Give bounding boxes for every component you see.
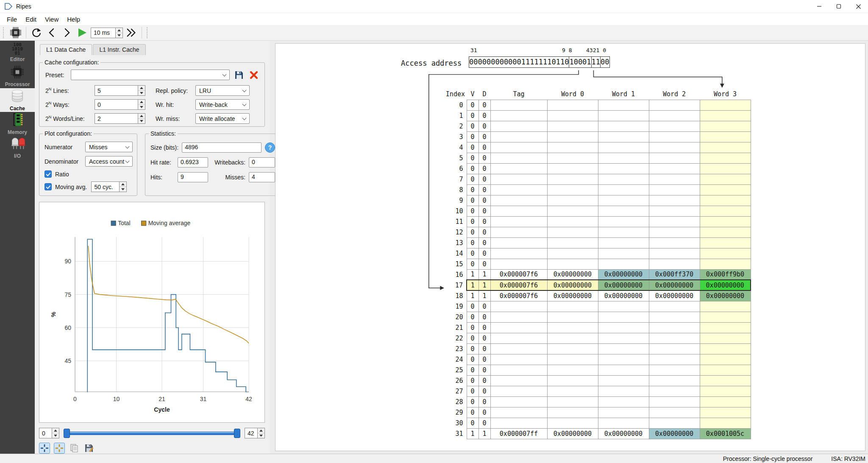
word-2-cell (649, 301, 700, 312)
lines-spinbox[interactable]: 5 (95, 85, 145, 96)
dirty-cell: 1 (479, 269, 490, 280)
index-cell: 11 (440, 216, 467, 227)
run-speed-arrows[interactable] (115, 28, 123, 38)
word-3-cell: 0x000ff9b0 (700, 269, 751, 280)
tag-cell (490, 121, 547, 131)
ways-spinbox[interactable]: 0 (95, 99, 145, 110)
maximize-button[interactable] (829, 0, 849, 13)
minimize-button[interactable] (810, 0, 829, 13)
word-0-cell (547, 184, 598, 195)
fast-forward-button[interactable] (125, 26, 138, 39)
tab-l1-data-cache[interactable]: L1 Data Cache (40, 44, 92, 55)
save-plot-button[interactable] (83, 443, 95, 454)
crosshair-moving-avg-toggle[interactable] (54, 443, 65, 454)
column-header-word-1: Word 1 (598, 89, 649, 100)
tag-cell (490, 333, 547, 343)
word-0-cell (547, 301, 598, 312)
hit-rate-field[interactable]: 0.6923 (178, 157, 208, 167)
cycle-max-spinbox[interactable]: 42 (245, 428, 265, 438)
word-1-cell (598, 184, 649, 195)
menu-file[interactable]: File (3, 14, 21, 24)
tab-l1-instr-cache[interactable]: L1 Instr. Cache (93, 44, 145, 55)
word-1-cell: 0x00000000 (598, 269, 649, 280)
misses-field[interactable]: 4 (249, 172, 275, 182)
word-3-cell (700, 259, 751, 269)
word-3-cell (700, 322, 751, 333)
menu-edit[interactable]: Edit (21, 14, 41, 24)
word-3-cell (700, 354, 751, 365)
run-button[interactable] (75, 26, 89, 39)
moving-avg-checkbox[interactable] (45, 183, 52, 190)
ratio-label: Ratio (55, 171, 69, 178)
size-bits-field[interactable]: 4896 (182, 142, 262, 153)
cache-line-row-28: 2800 (440, 396, 751, 407)
step-forward-button[interactable] (60, 26, 74, 39)
word-1-cell (598, 407, 649, 418)
cache-line-row-24: 2400 (440, 354, 751, 365)
close-button[interactable] (849, 0, 868, 13)
slider-groove[interactable] (64, 432, 240, 435)
word-3-cell (700, 418, 751, 428)
status-processor: Processor: Single-cycle processor (723, 455, 813, 462)
tag-cell: 0x000007f6 (490, 269, 547, 280)
moving-avg-spinbox[interactable]: 50 cyc. (91, 181, 127, 192)
word-3-cell (700, 365, 751, 375)
crosshair-total-toggle[interactable] (39, 443, 50, 454)
word-0-cell (547, 396, 598, 407)
slider-handle-left[interactable] (64, 429, 70, 438)
repl-policy-combobox[interactable]: LRU (195, 85, 250, 96)
toolbar-grip[interactable] (147, 27, 150, 38)
help-button[interactable]: ? (265, 142, 275, 153)
save-preset-button[interactable] (233, 70, 245, 80)
word-0-cell (547, 259, 598, 269)
miss-ratio-chart: 01021314245607590TotalMoving averageCycl… (39, 202, 264, 422)
wr-miss-combobox[interactable]: Write allocate (195, 113, 250, 124)
sidebar-item-cache[interactable]: Cache (0, 88, 35, 112)
ratio-checkbox[interactable] (45, 170, 52, 178)
hits-field[interactable]: 9 (178, 172, 208, 182)
sidebar-item-processor[interactable]: Processor (0, 64, 35, 88)
word-1-cell (598, 131, 649, 142)
sidebar-item-editor[interactable]: 100101001Editor (0, 41, 35, 64)
sidebar-item-io[interactable]: I/O (0, 136, 35, 159)
menu-help[interactable]: Help (63, 14, 84, 24)
numerator-combobox[interactable]: Misses (85, 142, 133, 152)
run-speed-spinbox[interactable]: 10 ms (91, 28, 123, 38)
word-1-cell (598, 195, 649, 206)
writebacks-field[interactable]: 0 (249, 157, 275, 167)
delete-preset-button[interactable] (248, 70, 259, 80)
reset-button[interactable] (30, 26, 43, 39)
word-1-cell (598, 142, 649, 153)
preset-combobox[interactable] (71, 70, 230, 80)
words-per-line-spinbox[interactable]: 2 (95, 113, 145, 124)
valid-cell: 0 (467, 174, 479, 184)
window-title: Ripes (16, 3, 31, 10)
sidebar-item-memory[interactable]: Memory (0, 112, 35, 136)
word-2-cell (649, 227, 700, 237)
cycle-range-slider[interactable] (64, 429, 240, 438)
title-bar: Ripes (0, 0, 868, 13)
word-0-cell (547, 322, 598, 333)
svg-text:45: 45 (64, 357, 71, 364)
cycle-min-spinbox[interactable]: 0 (39, 428, 59, 438)
index-cell: 14 (440, 248, 467, 259)
run-speed-value[interactable]: 10 ms (91, 28, 115, 38)
copy-plot-data-button[interactable] (69, 443, 80, 454)
select-processor-button[interactable] (9, 26, 22, 39)
valid-cell: 1 (467, 280, 479, 290)
denominator-combobox[interactable]: Access count (85, 156, 133, 167)
word-1-cell: 0x00000000 (598, 280, 649, 290)
menu-view[interactable]: View (41, 14, 63, 24)
cache-line-row-0: 000 (440, 100, 751, 110)
step-back-button[interactable] (45, 26, 58, 39)
denominator-label: Denominator (45, 158, 82, 165)
status-bar: Processor: Single-cycle processor ISA: R… (0, 454, 868, 463)
left-sidebar: 100101001EditorProcessorCacheMemoryI/O (0, 41, 35, 454)
wr-hit-combobox[interactable]: Write-back (195, 99, 250, 110)
tag-cell (490, 418, 547, 428)
toolbar-grip[interactable] (3, 27, 6, 38)
cache-tab-bar: L1 Data Cache L1 Instr. Cache (39, 44, 265, 55)
index-cell: 24 (440, 354, 467, 365)
word-0-cell (547, 206, 598, 216)
slider-handle-right[interactable] (234, 429, 240, 438)
